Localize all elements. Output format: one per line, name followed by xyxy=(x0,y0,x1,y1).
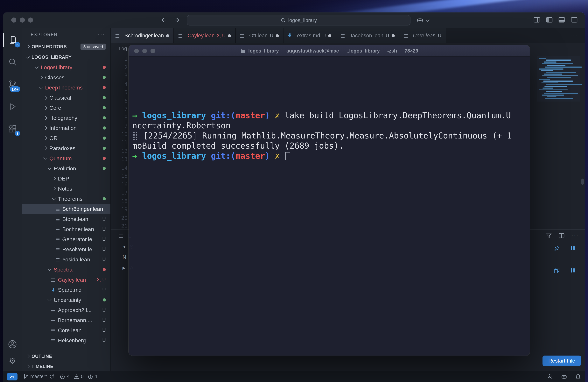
tab-schrodinger[interactable]: Schrödinger.lean xyxy=(111,28,174,43)
tree-item[interactable]: Information xyxy=(22,123,110,133)
tab-core[interactable]: Core.leanU xyxy=(399,28,446,43)
sync-icon[interactable] xyxy=(49,374,54,379)
tab-cayley[interactable]: Cayley.lean3, U xyxy=(174,28,236,43)
copilot-icon[interactable] xyxy=(561,373,567,380)
tree-item[interactable]: Paradoxes xyxy=(22,143,110,153)
toggle-sidebar-left-icon[interactable] xyxy=(546,17,553,23)
file-icon xyxy=(51,338,56,343)
tree-item[interactable]: OR xyxy=(22,133,110,143)
chevron-icon xyxy=(51,186,57,191)
remote-indicator[interactable]: >< xyxy=(7,373,18,380)
chevron-icon xyxy=(38,75,44,80)
activity-search-button[interactable] xyxy=(3,51,22,73)
close-button[interactable] xyxy=(134,48,139,53)
tree-item[interactable]: Generator.le...U xyxy=(22,234,110,244)
zoom-button[interactable] xyxy=(150,48,155,53)
more-actions-icon[interactable]: ··· xyxy=(571,232,579,239)
error-icon xyxy=(60,374,65,379)
tree-item[interactable]: DeepTheorems xyxy=(22,83,110,93)
command-center-search[interactable]: logos_library xyxy=(187,15,410,25)
titlebar[interactable]: logos_library xyxy=(3,12,585,28)
folder-icon xyxy=(240,48,246,53)
filter-icon[interactable] xyxy=(546,233,552,239)
tree-item[interactable]: Yosida.leanU xyxy=(22,255,110,265)
tree-item[interactable]: Theorems xyxy=(22,194,110,204)
problems-status[interactable]: 4 0 1 xyxy=(60,374,98,379)
chevron-right-icon xyxy=(25,353,30,359)
tree-item[interactable]: Bochner.leanU xyxy=(22,224,110,234)
minimap[interactable] xyxy=(537,56,580,102)
back-button[interactable] xyxy=(160,16,168,24)
tree-item[interactable]: Spare.mdU xyxy=(22,285,110,295)
line-number: 14 xyxy=(111,164,127,172)
tree-item[interactable]: Quantum xyxy=(22,153,110,163)
outline-section-header[interactable]: OUTLINE xyxy=(22,351,110,361)
pause-icon[interactable] xyxy=(570,245,576,251)
status-bar-right xyxy=(547,373,581,380)
tree-item[interactable]: Approach2.l...U xyxy=(22,305,110,315)
pin-icon[interactable] xyxy=(554,245,560,251)
git-branch-status[interactable]: master* xyxy=(23,374,54,379)
restart-file-button[interactable]: Restart File xyxy=(543,356,581,366)
chevron-icon xyxy=(42,125,48,131)
open-editors-header[interactable]: OPEN EDITORS 5 unsaved xyxy=(22,41,110,52)
tree-item[interactable]: Schrödinger.lean xyxy=(22,204,110,214)
tree-item[interactable]: Core xyxy=(22,103,110,113)
settings-gear-icon[interactable]: ⚙ xyxy=(9,357,16,365)
minimize-button[interactable] xyxy=(20,18,25,22)
status-dot xyxy=(103,147,106,150)
tree-item[interactable]: Heisenberg....U xyxy=(22,335,110,345)
command-center-group: logos_library xyxy=(160,15,428,25)
tab-extras[interactable]: extras.mdU xyxy=(284,28,336,43)
tab-ott[interactable]: Ott.leanU xyxy=(236,28,284,43)
close-button[interactable] xyxy=(11,18,16,22)
timeline-section-header[interactable]: TIMELINE xyxy=(22,361,110,371)
workspace-section-header[interactable]: LOGOS_LIBRARY xyxy=(22,52,110,62)
terminal-line: → logos_library git:(master) ✗ lake buil… xyxy=(132,110,526,121)
forward-button[interactable] xyxy=(173,16,181,24)
status-dot xyxy=(103,96,106,99)
tree-item[interactable]: Cayley.lean3, U xyxy=(22,275,110,285)
pause-icon[interactable] xyxy=(570,268,576,274)
split-panel-icon[interactable] xyxy=(558,233,565,239)
tree-item[interactable]: Stone.leanU xyxy=(22,214,110,224)
customize-layout-icon[interactable] xyxy=(534,17,540,23)
editor-scrollbar[interactable] xyxy=(581,179,584,185)
tree-item[interactable]: Classical xyxy=(22,93,110,103)
editor-more-actions-icon[interactable]: ··· xyxy=(570,28,585,43)
status-dot xyxy=(103,167,106,170)
zoom-button[interactable] xyxy=(28,18,33,22)
copilot-menu[interactable] xyxy=(416,16,428,24)
tree-item[interactable]: Core.leanU xyxy=(22,325,110,335)
terminal-body[interactable]: → logos_library git:(master) ✗ lake buil… xyxy=(129,57,530,356)
toggle-sidebar-right-icon[interactable] xyxy=(571,17,578,23)
toggle-panel-icon[interactable] xyxy=(558,17,565,23)
activity-explorer-button[interactable]: 5 xyxy=(3,29,22,51)
tree-item[interactable]: Spectral xyxy=(22,265,110,275)
screen-zoom-icon[interactable] xyxy=(547,374,553,380)
activity-source-control-button[interactable]: 1K+ xyxy=(3,73,22,95)
minimize-button[interactable] xyxy=(142,48,147,53)
tree-item[interactable]: DEP xyxy=(22,173,110,184)
file-icon xyxy=(55,227,60,232)
tree-item[interactable]: Notes xyxy=(22,184,110,194)
terminal-titlebar[interactable]: logos_library — augustusthwack@mac — ..l… xyxy=(129,45,530,57)
activity-run-debug-button[interactable] xyxy=(3,95,22,117)
tab-jacobson[interactable]: Jacobson.leanU xyxy=(336,28,399,43)
tree-item[interactable]: Resolvent.le...U xyxy=(22,244,110,255)
tree-item[interactable]: Uncertainty xyxy=(22,295,110,305)
notifications-bell-icon[interactable] xyxy=(575,374,581,380)
line-number: 20 xyxy=(111,214,127,222)
copy-windows-icon[interactable] xyxy=(554,268,560,274)
activity-extensions-button[interactable]: 1 xyxy=(3,117,22,140)
terminal-window[interactable]: logos_library — augustusthwack@mac — ..l… xyxy=(129,45,530,356)
tree-item[interactable]: Evolution xyxy=(22,163,110,173)
account-icon[interactable] xyxy=(8,340,17,349)
tree-item[interactable]: Classes xyxy=(22,72,110,83)
tree-item[interactable]: Bornemann....U xyxy=(22,315,110,325)
line-number: 1 xyxy=(111,55,127,63)
line-number: 10 xyxy=(111,130,127,138)
more-actions-icon[interactable]: ··· xyxy=(98,31,105,38)
tree-item[interactable]: LogosLibrary xyxy=(22,62,110,72)
tree-item[interactable]: Holography xyxy=(22,113,110,123)
